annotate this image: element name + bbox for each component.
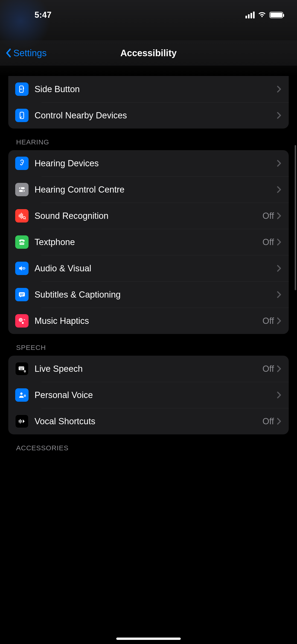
section-header: SPEECH [8, 334, 289, 356]
row-value: Off [262, 211, 274, 221]
svg-line-13 [25, 218, 26, 219]
settings-row-hearing-control-centre[interactable]: Hearing Control Centre [8, 176, 289, 203]
chevron-right-icon [277, 317, 282, 325]
chevron-left-icon [6, 48, 12, 58]
row-value: Off [262, 237, 274, 247]
chevron-right-icon [277, 290, 282, 299]
row-label: Hearing Devices [34, 158, 277, 168]
settings-row-music-haptics[interactable]: Music HapticsOff [8, 308, 289, 334]
svg-rect-32 [20, 369, 23, 370]
row-label: Hearing Control Centre [34, 185, 277, 195]
nav-bar: Settings Accessibility [0, 40, 297, 66]
row-value: Off [262, 416, 274, 426]
svg-point-24 [19, 318, 22, 322]
row-label: Audio & Visual [34, 264, 277, 274]
caption-icon [15, 288, 28, 301]
chevron-right-icon [277, 417, 282, 426]
chevron-right-icon [277, 264, 282, 272]
music-note-icon [15, 314, 28, 328]
settings-row-control-nearby-devices[interactable]: Control Nearby Devices [8, 102, 289, 128]
settings-group: Side ButtonControl Nearby Devices [8, 76, 289, 128]
back-button[interactable]: Settings [6, 48, 47, 58]
settings-row-personal-voice[interactable]: Personal Voice [8, 382, 289, 408]
row-label: Textphone [34, 237, 262, 247]
svg-point-5 [20, 188, 21, 189]
svg-point-25 [20, 319, 22, 320]
row-label: Control Nearby Devices [34, 110, 277, 120]
settings-row-hearing-devices[interactable]: Hearing Devices [8, 150, 289, 176]
row-label: Side Button [34, 84, 277, 94]
svg-point-28 [20, 367, 20, 368]
chevron-right-icon [277, 238, 282, 246]
nearby-devices-icon [15, 109, 28, 122]
svg-point-20 [23, 268, 24, 269]
svg-rect-1 [23, 87, 24, 89]
ear-icon [15, 156, 28, 170]
row-label: Music Haptics [34, 316, 262, 326]
section-header: HEARING [8, 128, 289, 150]
settings-content[interactable]: Side ButtonControl Nearby DevicesHEARING… [0, 66, 297, 644]
settings-row-sound-recognition[interactable]: Sound RecognitionOff [8, 203, 289, 229]
battery-icon [269, 12, 283, 18]
svg-rect-14 [20, 242, 24, 245]
settings-row-textphone[interactable]: TextphoneOff [8, 229, 289, 255]
svg-rect-21 [19, 292, 25, 296]
svg-point-3 [22, 162, 22, 163]
svg-point-30 [22, 367, 22, 368]
settings-row-subtitles-captioning[interactable]: Subtitles & Captioning [8, 282, 289, 308]
svg-point-29 [21, 367, 22, 368]
chevron-right-icon [277, 85, 282, 93]
switches-icon [15, 183, 28, 196]
vocal-shortcut-icon [15, 414, 28, 428]
svg-point-31 [23, 367, 24, 368]
settings-row-vocal-shortcuts[interactable]: Vocal ShortcutsOff [8, 408, 289, 434]
screen: { "status": { "time": "5:47" }, "nav": {… [0, 0, 297, 644]
settings-row-live-speech[interactable]: Live SpeechOff [8, 356, 289, 382]
row-value: Off [262, 364, 274, 374]
row-value: Off [262, 316, 274, 326]
settings-group: Hearing DevicesHearing Control CentreSou… [8, 150, 289, 334]
chevron-right-icon [277, 212, 282, 220]
chevron-right-icon [277, 364, 282, 373]
chevron-right-icon [277, 391, 282, 399]
svg-point-36 [20, 392, 22, 395]
row-label: Sound Recognition [34, 211, 262, 221]
person-voice-icon [15, 388, 28, 402]
row-label: Subtitles & Captioning [34, 290, 277, 300]
row-label: Vocal Shortcuts [34, 416, 262, 426]
svg-point-26 [22, 322, 24, 324]
settings-row-side-button[interactable]: Side Button [8, 76, 289, 102]
svg-point-7 [22, 190, 24, 192]
status-bar: 5:47 [0, 0, 297, 25]
side-button-icon [15, 82, 28, 96]
row-label: Live Speech [34, 364, 262, 374]
page-title: Accessibility [120, 48, 177, 58]
section-header: ACCESSORIES [8, 434, 289, 456]
chevron-right-icon [277, 111, 282, 120]
textphone-icon [15, 236, 28, 249]
speaker-eye-icon [15, 262, 28, 275]
settings-group: Live SpeechOffPersonal VoiceVocal Shortc… [8, 356, 289, 434]
status-indicators [246, 12, 283, 18]
soundwave-icon [15, 209, 28, 222]
back-label: Settings [13, 48, 47, 58]
svg-rect-27 [19, 366, 24, 370]
chevron-right-icon [277, 186, 282, 194]
wifi-icon [258, 12, 266, 18]
status-time: 5:47 [34, 10, 52, 20]
keyboard-icon [15, 362, 28, 376]
cellular-icon [246, 12, 255, 18]
row-label: Personal Voice [34, 390, 277, 400]
settings-row-audio-visual[interactable]: Audio & Visual [8, 255, 289, 282]
chevron-right-icon [277, 159, 282, 168]
